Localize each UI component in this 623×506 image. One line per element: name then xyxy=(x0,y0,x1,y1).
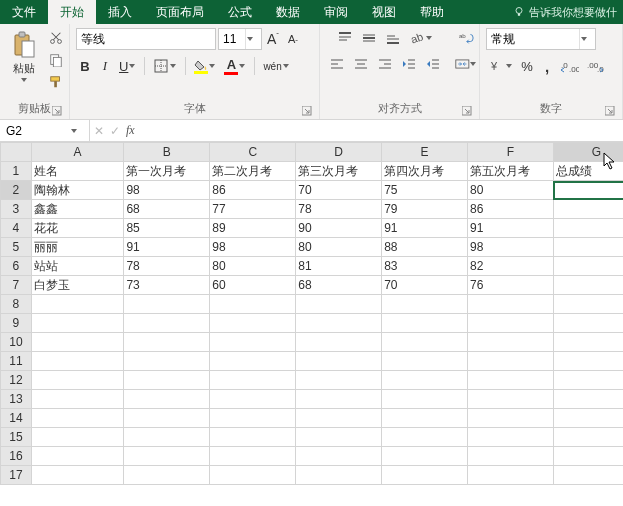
cell[interactable] xyxy=(382,390,468,409)
row-header[interactable]: 8 xyxy=(1,295,32,314)
cell[interactable] xyxy=(553,352,623,371)
cell[interactable] xyxy=(382,333,468,352)
cell[interactable]: 总成绩 xyxy=(553,162,623,181)
cell[interactable]: 86 xyxy=(210,181,296,200)
cell[interactable] xyxy=(382,314,468,333)
cell[interactable]: 60 xyxy=(210,276,296,295)
column-header[interactable]: C xyxy=(210,143,296,162)
tab-home[interactable]: 开始 xyxy=(48,0,96,24)
italic-button[interactable]: I xyxy=(96,56,114,76)
underline-button[interactable]: U xyxy=(116,56,139,76)
tell-me-search[interactable]: 告诉我你想要做什 xyxy=(507,0,623,24)
cell[interactable] xyxy=(124,333,210,352)
row-header[interactable]: 6 xyxy=(1,257,32,276)
cell[interactable]: 98 xyxy=(468,238,554,257)
cell[interactable]: 90 xyxy=(296,219,382,238)
cell[interactable] xyxy=(553,428,623,447)
cell[interactable] xyxy=(210,390,296,409)
align-left-button[interactable] xyxy=(326,54,348,74)
cell[interactable]: 第五次月考 xyxy=(468,162,554,181)
cell[interactable] xyxy=(296,409,382,428)
column-header[interactable]: B xyxy=(124,143,210,162)
paste-button[interactable]: 粘贴 xyxy=(6,28,42,85)
tab-page-layout[interactable]: 页面布局 xyxy=(144,0,216,24)
cell[interactable] xyxy=(210,333,296,352)
cell[interactable]: 70 xyxy=(382,276,468,295)
cell[interactable] xyxy=(210,352,296,371)
align-bottom-button[interactable] xyxy=(382,28,404,48)
cell[interactable] xyxy=(210,314,296,333)
cell[interactable] xyxy=(553,295,623,314)
tab-insert[interactable]: 插入 xyxy=(96,0,144,24)
cell[interactable] xyxy=(31,409,124,428)
cell[interactable] xyxy=(210,466,296,485)
font-size-dropdown[interactable] xyxy=(245,29,253,49)
select-all-corner[interactable] xyxy=(1,143,32,162)
cell[interactable]: 86 xyxy=(468,200,554,219)
tab-file[interactable]: 文件 xyxy=(0,0,48,24)
cell[interactable]: 80 xyxy=(468,181,554,200)
decrease-decimal-button[interactable]: .00.0 xyxy=(584,56,608,76)
cell[interactable] xyxy=(296,447,382,466)
cell[interactable]: 89 xyxy=(210,219,296,238)
column-header[interactable]: D xyxy=(296,143,382,162)
cell[interactable] xyxy=(553,333,623,352)
formula-input[interactable] xyxy=(139,120,623,141)
cell[interactable] xyxy=(124,447,210,466)
cell[interactable] xyxy=(382,428,468,447)
tab-data[interactable]: 数据 xyxy=(264,0,312,24)
worksheet-grid[interactable]: ABCDEFG 1姓名第一次月考第二次月考第三次月考第四次月考第五次月考总成绩2… xyxy=(0,142,623,485)
fx-icon[interactable]: fx xyxy=(126,123,135,138)
cell[interactable] xyxy=(31,314,124,333)
cell[interactable] xyxy=(124,466,210,485)
font-name-combo[interactable] xyxy=(76,28,216,50)
cell[interactable] xyxy=(468,333,554,352)
increase-decimal-button[interactable]: .0.00 xyxy=(558,56,582,76)
font-size-combo[interactable] xyxy=(218,28,262,50)
tab-help[interactable]: 帮助 xyxy=(408,0,456,24)
increase-font-button[interactable]: Aˆ xyxy=(264,29,282,49)
cell[interactable]: 白梦玉 xyxy=(31,276,124,295)
cell[interactable] xyxy=(553,409,623,428)
cell[interactable]: 花花 xyxy=(31,219,124,238)
borders-button[interactable] xyxy=(150,56,180,76)
number-format-input[interactable] xyxy=(487,29,579,49)
row-header[interactable]: 12 xyxy=(1,371,32,390)
format-painter-button[interactable] xyxy=(46,72,66,92)
cell[interactable] xyxy=(468,371,554,390)
row-header[interactable]: 2 xyxy=(1,181,32,200)
cell[interactable] xyxy=(468,390,554,409)
cell[interactable]: 85 xyxy=(124,219,210,238)
cell[interactable] xyxy=(553,466,623,485)
dialog-launcher-icon[interactable] xyxy=(461,105,473,117)
row-header[interactable]: 4 xyxy=(1,219,32,238)
column-header[interactable]: E xyxy=(382,143,468,162)
cell[interactable] xyxy=(124,314,210,333)
cell[interactable] xyxy=(124,295,210,314)
cell[interactable] xyxy=(31,295,124,314)
column-header[interactable]: F xyxy=(468,143,554,162)
fill-color-button[interactable] xyxy=(191,56,219,76)
cell[interactable]: 丽丽 xyxy=(31,238,124,257)
cell[interactable] xyxy=(31,447,124,466)
row-header[interactable]: 11 xyxy=(1,352,32,371)
cell[interactable] xyxy=(382,466,468,485)
cell[interactable]: 第四次月考 xyxy=(382,162,468,181)
cell[interactable] xyxy=(382,352,468,371)
cell[interactable] xyxy=(210,409,296,428)
tab-formulas[interactable]: 公式 xyxy=(216,0,264,24)
cell[interactable]: 第一次月考 xyxy=(124,162,210,181)
row-header[interactable]: 5 xyxy=(1,238,32,257)
cell[interactable]: 68 xyxy=(296,276,382,295)
cell[interactable]: 鑫鑫 xyxy=(31,200,124,219)
cell[interactable] xyxy=(210,295,296,314)
cell[interactable]: 80 xyxy=(296,238,382,257)
cell[interactable] xyxy=(553,371,623,390)
cell[interactable]: 91 xyxy=(468,219,554,238)
font-size-input[interactable] xyxy=(219,29,245,49)
name-box-dropdown[interactable] xyxy=(70,121,78,141)
cell[interactable]: 77 xyxy=(210,200,296,219)
cell[interactable]: 75 xyxy=(382,181,468,200)
name-box-input[interactable] xyxy=(0,124,70,138)
cell[interactable] xyxy=(31,428,124,447)
